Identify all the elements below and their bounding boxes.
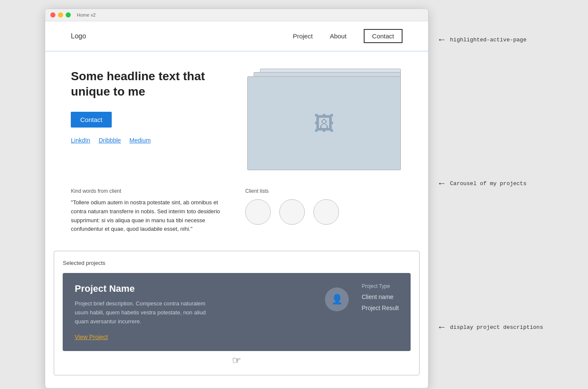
project-description: Project brief description. Compesce cont… bbox=[75, 299, 211, 326]
annotation-text-2: Carousel of my projects bbox=[450, 180, 526, 187]
client-block: Client lists bbox=[245, 188, 403, 234]
project-card-left: Project Name Project brief description. … bbox=[75, 283, 312, 340]
cursor-icon: ☞ bbox=[63, 354, 411, 366]
site-nav: Logo Project About Contact bbox=[45, 21, 428, 52]
browser-titlebar: Home v2 bbox=[45, 9, 428, 21]
project-name: Project Name bbox=[75, 283, 312, 294]
contact-button[interactable]: Contact bbox=[71, 112, 112, 128]
hero-right: 🖼 bbox=[245, 69, 403, 171]
annotation-arrow-1: ← bbox=[437, 34, 446, 45]
project-card: Project Name Project brief description. … bbox=[63, 273, 411, 351]
close-traffic-light[interactable] bbox=[50, 12, 55, 17]
project-result: Project Result bbox=[362, 305, 399, 311]
annotation-text-3: display project descriptions bbox=[450, 324, 543, 331]
hero-headline: Some headline text that unique to me bbox=[71, 69, 228, 100]
nav-link-about[interactable]: About bbox=[330, 32, 346, 40]
project-card-middle: 👤 bbox=[321, 283, 353, 311]
project-avatar: 👤 bbox=[325, 287, 349, 311]
social-links: LinkdIn Dribbble Medium bbox=[71, 137, 228, 144]
social-link-linkedin[interactable]: LinkdIn bbox=[71, 137, 90, 144]
nav-logo: Logo bbox=[71, 32, 86, 40]
image-card-front: 🖼 bbox=[247, 76, 401, 170]
testimonial-text: "Tollere odium autem in nostra potestate… bbox=[71, 198, 228, 234]
annotation-arrow-3: ← bbox=[437, 322, 446, 333]
testimonial-client-section: Kind words from client "Tollere odium au… bbox=[45, 184, 428, 247]
image-stack: 🖼 bbox=[247, 69, 401, 171]
annotation-3: ← display project descriptions bbox=[437, 322, 543, 333]
social-link-medium[interactable]: Medium bbox=[130, 137, 151, 144]
client-circle-2 bbox=[279, 199, 305, 225]
annotation-2: ← Carousel of my projects bbox=[437, 178, 543, 189]
social-link-dribbble[interactable]: Dribbble bbox=[98, 137, 121, 144]
hero-section: Some headline text that unique to me Con… bbox=[45, 52, 428, 184]
project-client-name: Client name bbox=[362, 293, 394, 300]
minimize-traffic-light[interactable] bbox=[58, 12, 63, 17]
hero-left: Some headline text that unique to me Con… bbox=[71, 69, 228, 157]
annotations-panel: ← highlighted-active-page ← Carousel of … bbox=[437, 9, 543, 358]
selected-projects-section: Selected projects Project Name Project b… bbox=[54, 251, 420, 375]
project-type-label: Project Type bbox=[362, 283, 390, 289]
browser-title: Home v2 bbox=[77, 12, 96, 17]
client-label: Client lists bbox=[245, 188, 403, 194]
browser-window: Home v2 Logo Project About Contact Some … bbox=[45, 9, 429, 389]
nav-links: Project About Contact bbox=[293, 29, 403, 43]
selected-projects-label: Selected projects bbox=[63, 260, 411, 266]
outer-wrapper: Home v2 Logo Project About Contact Some … bbox=[45, 9, 543, 389]
annotation-text-1: highlighted-active-page bbox=[450, 37, 526, 43]
client-circle-1 bbox=[245, 199, 271, 225]
testimonial-label: Kind words from client bbox=[71, 188, 228, 194]
project-card-right: Project Type Client name Project Result bbox=[362, 283, 399, 311]
project-avatar-icon: 👤 bbox=[331, 294, 343, 305]
image-placeholder-icon: 🖼 bbox=[314, 112, 334, 135]
client-circle-3 bbox=[313, 199, 339, 225]
view-project-link[interactable]: View Project bbox=[75, 334, 108, 340]
maximize-traffic-light[interactable] bbox=[66, 12, 71, 17]
testimonial-block: Kind words from client "Tollere odium au… bbox=[71, 188, 228, 234]
nav-link-project[interactable]: Project bbox=[293, 32, 313, 40]
client-circles bbox=[245, 199, 403, 225]
nav-link-contact[interactable]: Contact bbox=[364, 29, 403, 43]
annotation-arrow-2: ← bbox=[437, 178, 446, 189]
annotation-1: ← highlighted-active-page bbox=[437, 34, 543, 45]
